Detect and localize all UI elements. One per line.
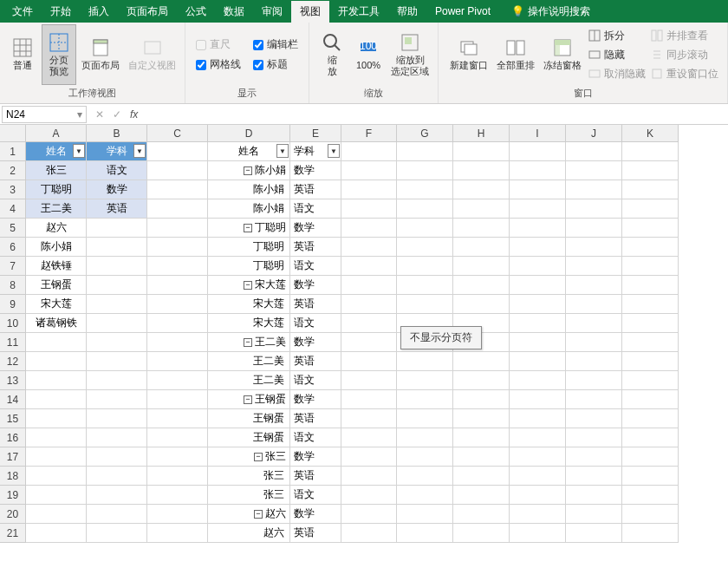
cell-A4[interactable]: 王二美 [26, 199, 87, 219]
cell-E16[interactable]: 语文 [290, 428, 341, 447]
cell-J18[interactable] [566, 467, 622, 486]
cell-C8[interactable] [147, 276, 208, 295]
cell-I1[interactable] [510, 142, 566, 161]
cell-F10[interactable] [341, 314, 397, 333]
cell-A1[interactable]: 姓名▼ [26, 142, 87, 161]
filter-button[interactable]: ▼ [328, 144, 340, 158]
row-head-16[interactable]: 16 [0, 428, 26, 447]
cell-A9[interactable]: 宋大莲 [26, 295, 87, 314]
cell-B21[interactable] [87, 524, 147, 543]
arrange-all-button[interactable]: 全部重排 [493, 24, 538, 85]
cell-A18[interactable] [26, 467, 87, 486]
cell-J11[interactable] [566, 333, 622, 352]
cell-D15[interactable]: 王钢蛋 [208, 409, 290, 428]
cell-D11[interactable]: −王二美 [208, 333, 290, 352]
cell-I21[interactable] [510, 524, 566, 543]
cell-F19[interactable] [341, 486, 397, 505]
cell-I20[interactable] [510, 505, 566, 524]
cell-I15[interactable] [510, 409, 566, 428]
cell-D2[interactable]: −陈小娟 [208, 161, 290, 180]
cell-G6[interactable] [397, 238, 453, 257]
cell-E3[interactable]: 英语 [290, 180, 341, 199]
new-window-button[interactable]: 新建窗口 [446, 24, 491, 85]
ruler-checkbox[interactable]: 直尺 [196, 37, 241, 52]
cell-B18[interactable] [87, 467, 147, 486]
cell-F15[interactable] [341, 409, 397, 428]
cell-B11[interactable] [87, 333, 147, 352]
cell-K1[interactable] [622, 142, 679, 161]
cell-H9[interactable] [453, 295, 510, 314]
cell-E9[interactable]: 英语 [290, 295, 341, 314]
menu-视图[interactable]: 视图 [291, 1, 329, 23]
cell-A8[interactable]: 王钢蛋 [26, 276, 87, 295]
cell-C1[interactable] [147, 142, 208, 161]
outline-collapse-icon[interactable]: − [254, 453, 263, 461]
outline-collapse-icon[interactable]: − [254, 510, 263, 519]
cell-H19[interactable] [453, 486, 510, 505]
cell-J5[interactable] [566, 219, 622, 238]
cell-C13[interactable] [147, 371, 208, 390]
cell-K12[interactable] [622, 352, 679, 371]
row-head-5[interactable]: 5 [0, 219, 26, 238]
zoom-to-selection-button[interactable]: 缩放到 选定区域 [387, 24, 432, 85]
spreadsheet-grid[interactable]: ABCDEFGHIJK 1234567891011121314151617181… [0, 125, 728, 567]
cell-K10[interactable] [622, 314, 679, 333]
cell-B19[interactable] [87, 486, 147, 505]
fx-icon[interactable]: fx [130, 108, 138, 121]
cell-F20[interactable] [341, 505, 397, 524]
menu-开发工具[interactable]: 开发工具 [329, 1, 388, 23]
cell-G16[interactable] [397, 428, 453, 447]
cell-F1[interactable] [341, 142, 397, 161]
cell-E21[interactable]: 英语 [290, 524, 341, 543]
cell-E11[interactable]: 数学 [290, 333, 341, 352]
cell-D10[interactable]: 宋大莲 [208, 314, 290, 333]
cell-K15[interactable] [622, 409, 679, 428]
outline-collapse-icon[interactable]: − [244, 224, 252, 232]
cell-F12[interactable] [341, 352, 397, 371]
cell-D12[interactable]: 王二美 [208, 352, 290, 371]
cell-C11[interactable] [147, 333, 208, 352]
name-box[interactable]: N24▾ [2, 106, 87, 123]
zoom-button[interactable]: 缩 放 [315, 24, 349, 85]
outline-collapse-icon[interactable]: − [244, 281, 252, 290]
cell-D7[interactable]: 丁聪明 [208, 257, 290, 276]
custom-views-button[interactable]: 自定义视图 [125, 24, 179, 85]
menu-开始[interactable]: 开始 [42, 1, 80, 23]
cell-A6[interactable]: 陈小娟 [26, 238, 87, 257]
cell-D4[interactable]: 陈小娟 [208, 199, 290, 219]
cell-E2[interactable]: 数学 [290, 161, 341, 180]
cell-K13[interactable] [622, 371, 679, 390]
cell-B2[interactable]: 语文 [87, 161, 147, 180]
cell-C19[interactable] [147, 486, 208, 505]
cell-I7[interactable] [510, 257, 566, 276]
cell-F16[interactable] [341, 428, 397, 447]
cell-J14[interactable] [566, 390, 622, 409]
col-head-K[interactable]: K [622, 125, 679, 142]
cell-C12[interactable] [147, 352, 208, 371]
cell-J2[interactable] [566, 161, 622, 180]
cell-A7[interactable]: 赵铁锤 [26, 257, 87, 276]
cell-G4[interactable] [397, 199, 453, 219]
cell-A17[interactable] [26, 447, 87, 467]
cell-H2[interactable] [453, 161, 510, 180]
cell-G21[interactable] [397, 524, 453, 543]
cell-D5[interactable]: −丁聪明 [208, 219, 290, 238]
cell-I9[interactable] [510, 295, 566, 314]
cell-E4[interactable]: 语文 [290, 199, 341, 219]
menu-文件[interactable]: 文件 [3, 1, 42, 23]
cell-C10[interactable] [147, 314, 208, 333]
cell-K19[interactable] [622, 486, 679, 505]
cell-E15[interactable]: 英语 [290, 409, 341, 428]
cell-C7[interactable] [147, 257, 208, 276]
cell-G12[interactable] [397, 352, 453, 371]
cell-I16[interactable] [510, 428, 566, 447]
cell-E8[interactable]: 数学 [290, 276, 341, 295]
cell-B6[interactable] [87, 238, 147, 257]
zoom-100-button[interactable]: 100 100% [351, 24, 386, 85]
cell-B8[interactable] [87, 276, 147, 295]
cell-I3[interactable] [510, 180, 566, 199]
row-head-11[interactable]: 11 [0, 333, 26, 352]
cell-J3[interactable] [566, 180, 622, 199]
cell-K11[interactable] [622, 333, 679, 352]
cell-G13[interactable] [397, 371, 453, 390]
